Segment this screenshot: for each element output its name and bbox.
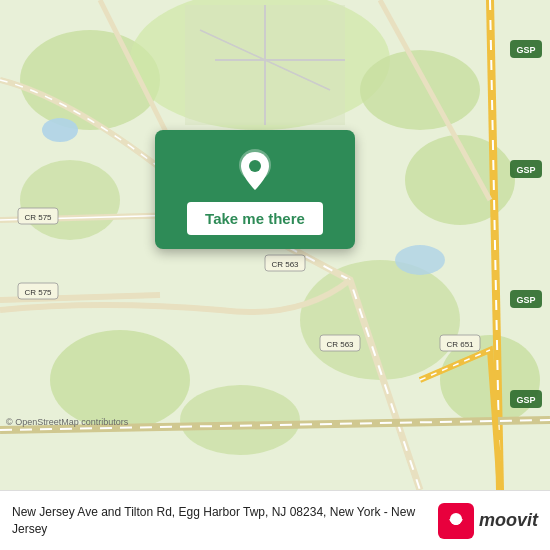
svg-text:GSP: GSP	[516, 295, 535, 305]
svg-text:CR 651: CR 651	[446, 340, 474, 349]
svg-text:CR 563: CR 563	[271, 260, 299, 269]
location-pin-icon	[233, 148, 277, 192]
svg-point-35	[249, 160, 261, 172]
bottom-bar: New Jersey Ave and Tilton Rd, Egg Harbor…	[0, 490, 550, 550]
take-me-there-button[interactable]: Take me there	[187, 202, 323, 235]
svg-text:GSP: GSP	[516, 165, 535, 175]
svg-point-7	[50, 330, 190, 430]
address-block: New Jersey Ave and Tilton Rd, Egg Harbor…	[12, 504, 428, 538]
svg-text:CR 575: CR 575	[24, 213, 52, 222]
svg-text:CR 563: CR 563	[326, 340, 354, 349]
svg-point-3	[360, 50, 480, 130]
moovit-logo: moovit	[438, 503, 538, 539]
moovit-icon	[438, 503, 474, 539]
map-container: GSP GSP GSP GSP CR 575 CR 575 CR 563 CR …	[0, 0, 550, 490]
map-attribution: © OpenStreetMap contributors	[6, 417, 128, 427]
address-text: New Jersey Ave and Tilton Rd, Egg Harbor…	[12, 504, 428, 538]
svg-text:CR 575: CR 575	[24, 288, 52, 297]
svg-text:GSP: GSP	[516, 45, 535, 55]
svg-point-11	[395, 245, 445, 275]
svg-text:GSP: GSP	[516, 395, 535, 405]
svg-point-10	[42, 118, 78, 142]
svg-point-4	[20, 160, 120, 240]
moovit-brand-text: moovit	[479, 510, 538, 531]
location-card: Take me there	[155, 130, 355, 249]
svg-point-9	[180, 385, 300, 455]
